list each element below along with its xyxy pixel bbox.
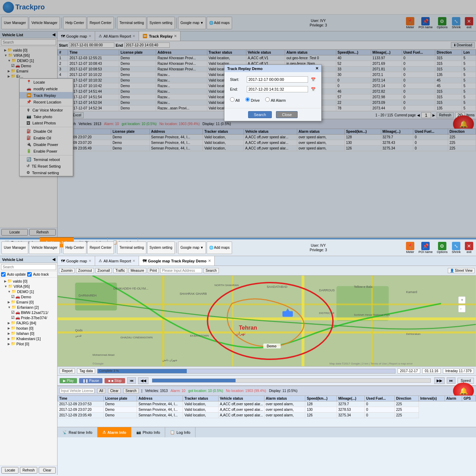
b-help-center-btn[interactable]: Help Center [63, 241, 86, 254]
b-btab-realtime[interactable]: 📡 Real time Info [57, 427, 98, 437]
traffic-btn[interactable]: Traffic [113, 268, 127, 273]
b-report-center-btn[interactable]: Report Center [87, 241, 114, 254]
b-tree-pilot[interactable]: ▶📁 Pilot [0] [1, 341, 56, 346]
b-tree-fajrg[interactable]: ▶📁 FAJRG [84] [1, 320, 56, 325]
vehicle-license-input[interactable] [60, 388, 94, 393]
b-tree-hootan[interactable]: ▶📁 hootan [0] [1, 325, 56, 331]
b-tree-valdo[interactable]: ▶ 📁 valdo [0] [1, 278, 56, 284]
b-btab-log[interactable]: 📋 Log Info [165, 427, 195, 437]
modal-body: Start: 📅 End: 📅 All Drive [224, 72, 321, 108]
b-tab-close-alarm[interactable]: ✕ [132, 259, 135, 263]
address-input[interactable] [160, 268, 202, 273]
modal-close-icon[interactable]: ✕ [315, 66, 318, 71]
b-btab-photo[interactable]: 📷 Photo Info [131, 427, 165, 437]
list-item[interactable]: 2017-12-09 23:05:49DemoSemnan Province, … [58, 413, 476, 418]
pause-label: Pause [89, 379, 99, 383]
b-collapse-icon[interactable]: ◀ [52, 257, 55, 262]
b-status-no: No location: 1903 (99.4%) [226, 389, 266, 393]
skip-end-btn[interactable]: ⏭ [447, 377, 455, 384]
stop-label: ■ Stop [111, 379, 121, 383]
b-sep-1 [61, 243, 62, 253]
b-tab-google-map[interactable]: 🗺 Google map ✕ [57, 256, 95, 266]
b-vira-label: VIRA [95] [14, 284, 30, 289]
b-photo-btab-icon: 📷 [136, 430, 141, 435]
b-poi-btn[interactable]: 📌 POI name [417, 241, 434, 254]
next-btn[interactable]: ▶▶ [434, 377, 445, 384]
b-tree-pride[interactable]: ☑🚗 Pride-37be374/ [1, 315, 56, 320]
cal-icon[interactable]: 📅 [311, 77, 316, 82]
radio-drive[interactable] [245, 97, 250, 102]
b-locate-btn[interactable]: Locate [1, 467, 18, 474]
b-system-setting-btn[interactable]: System setting [147, 241, 175, 254]
b-tree-emami[interactable]: ▶ 📁 Emami [0] [1, 299, 56, 305]
b-status-got: got location: 10 (0.5%) [188, 389, 223, 393]
b-add-maps-btn[interactable]: 🌐 Add maps [207, 241, 232, 254]
b-tab-close-map[interactable]: ✕ [89, 259, 91, 263]
cal-icon2[interactable]: 📅 [311, 87, 316, 92]
play-btn[interactable]: ▶ Play [60, 378, 77, 383]
radio-alarm[interactable] [265, 97, 270, 102]
b-search-status-btn[interactable]: Search [123, 388, 139, 393]
table-cell: 3279.7 [337, 401, 364, 407]
b-options-btn[interactable]: ⚙ Options [435, 241, 449, 254]
b-tab-track-replay-demo[interactable]: 🗺 Google map Track Replay Demo ✕ [139, 256, 214, 266]
modal-end-input[interactable] [247, 86, 308, 92]
b-tree-khakestani[interactable]: ▶📁 Khakestani [1] [1, 336, 56, 341]
print-btn[interactable]: Print [148, 268, 159, 273]
radio-all[interactable] [230, 97, 235, 102]
play-icon: ▶ [63, 379, 66, 383]
radio-all-label[interactable]: All [230, 97, 240, 102]
svg-text:SAADATABAD: SAADATABAD [267, 285, 288, 289]
zoom-all-btn[interactable]: Zoomall [95, 268, 112, 273]
auto-track-check[interactable] [27, 272, 32, 277]
b-tree-vira[interactable]: ▼ 📁 VIRA [95] [1, 284, 56, 289]
svg-text:Map data ©2017 Google | 2 km |: Map data ©2017 Google | 2 km | Terms of … [330, 362, 413, 365]
modal-start-row: Start: 📅 [230, 76, 316, 83]
radio-alarm-label[interactable]: All Alarm [265, 97, 286, 102]
street-view-btn[interactable]: 👤 Street View [448, 268, 475, 273]
map-search-btn[interactable]: Search [204, 268, 219, 273]
b-google-map-select[interactable]: Google map ▼ [178, 241, 206, 254]
b-status-vehicles: Vehicles: 1913 [145, 389, 168, 393]
b-vehicle-search-input[interactable] [1, 264, 56, 270]
b-btab-alarm[interactable]: ⚠ Alarm Info [98, 427, 131, 437]
b-shrink-btn[interactable]: ⤡ Shrink [450, 241, 462, 254]
b-clear-btn[interactable]: Clear [39, 467, 56, 474]
b-tab-alarm-report[interactable]: ⚠ All Alarm Report ✕ [95, 256, 139, 266]
b-btab-alarm-label: Alarm Info [107, 430, 126, 435]
b-all-btn[interactable]: All [97, 388, 105, 393]
b-sep-3 [176, 243, 177, 253]
list-item[interactable]: 2017-12-09 23:07:53DemoSemnan Province, … [58, 401, 476, 407]
b-clear-status-btn[interactable]: Clear [108, 388, 121, 393]
b-user-manager-btn[interactable]: User Manager [1, 241, 28, 254]
report-btn[interactable]: Report [60, 368, 75, 374]
b-tree-erfaniann[interactable]: ▼ 📁 Erfaniann [2] [1, 305, 56, 310]
radio-drive-label[interactable]: Drive [245, 97, 260, 102]
modal-search-btn[interactable]: Search [248, 111, 272, 118]
zoom-out-btn[interactable]: Zoomout [76, 268, 94, 273]
b-meter-btn[interactable]: 📍 Meter [405, 241, 416, 254]
modal-start-input[interactable] [247, 76, 308, 83]
progress-bar[interactable] [152, 378, 431, 383]
b-tab-close-replay[interactable]: ✕ [208, 259, 211, 263]
b-terminal-setting-btn[interactable]: Terminal setting [117, 241, 146, 254]
b-vehicle-manager-btn[interactable]: Vehicle Manager [29, 241, 60, 254]
prev-btn[interactable]: ◀◀ [138, 377, 148, 384]
b-tree-demo-group[interactable]: ▼ 📁 DEMO [1] [1, 289, 56, 294]
auto-update-check[interactable] [1, 272, 6, 277]
b-refresh-btn[interactable]: Refresh [20, 467, 37, 474]
modal-close-btn[interactable]: Close [276, 111, 298, 118]
b-tree-isfahan[interactable]: ▶📁 Isfahan [0] [1, 331, 56, 336]
list-item[interactable]: 2017-12-09 23:07:20DemoSemnan Province, … [58, 407, 476, 413]
table-cell: 2017-12-09 23:07:53 [58, 401, 104, 407]
b-realtime-table-scroll[interactable]: Time License plate Address Tracker statu… [57, 396, 476, 427]
tag-data-btn[interactable]: Tag data [77, 368, 95, 374]
measure-btn[interactable]: Measure [129, 268, 146, 273]
rewind-btn[interactable]: ⏮ [127, 377, 136, 384]
b-tree-demo-vehicle[interactable]: ☑ 🚗 Demo [1, 294, 56, 299]
pause-btn[interactable]: ❚❚ Pause [79, 378, 102, 383]
b-tree-bmw[interactable]: ☑🚗 BMW-12sat711/ [1, 310, 56, 315]
zoom-in-btn[interactable]: Zoomin [59, 268, 75, 273]
stop-btn[interactable]: ■ ■ Stop [105, 378, 125, 383]
b-exit-btn[interactable]: ✕ exit [463, 241, 475, 254]
